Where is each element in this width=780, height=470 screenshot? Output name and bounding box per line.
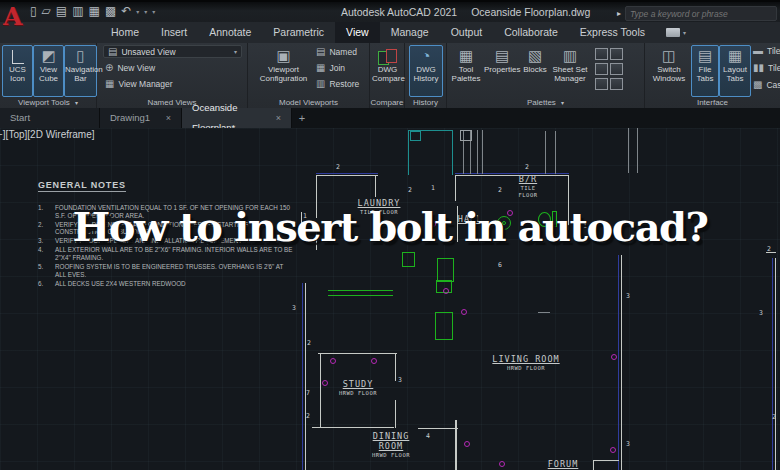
dwg-history-button[interactable]: ◔ DWG History [409,45,443,97]
print-icon[interactable]: ▩ [105,5,116,18]
redo-icon[interactable]: ↷ [30,5,34,18]
dwg-compare-button[interactable]: DWG Compare [371,45,404,97]
chevron-down-icon: ▾ [234,48,237,55]
panel-label-text: Interface [697,98,728,107]
button-label: Cascade [766,80,780,90]
button-label: Tile Vertically [768,63,780,73]
drawing-canvas[interactable]: −][Top][2D Wireframe] GENERAL NOTES FOUN… [0,128,780,470]
palette-mini-icon[interactable] [610,78,623,90]
palette-mini-icon[interactable] [595,78,608,90]
electrical-symbol [322,380,328,386]
redo-dropdown-icon[interactable]: ▾ [144,8,147,15]
dimension-marker: 1 [431,184,435,192]
panel-label-interface[interactable]: Interface [645,98,780,107]
ribbon-tab[interactable]: Manage [380,22,440,43]
save-as-icon[interactable]: ▥ [72,5,83,18]
ribbon-tab[interactable]: Annotate [198,22,262,43]
panel-label-text: History [413,98,438,107]
panel-label-viewport-tools[interactable]: Viewport Tools ▾ [0,98,96,107]
new-tab-button[interactable]: + [292,108,312,128]
tool-palettes-button[interactable]: ▦ Tool Palettes [449,45,483,97]
button-label: Blocks [522,66,548,75]
search-input[interactable] [625,6,777,21]
viewport-configuration-button[interactable]: ▣ Viewport Configuration [255,45,312,97]
help-search: ▸ [617,6,777,21]
dimension-marker: 2 [408,186,412,194]
ucs-icon-button[interactable]: UCS Icon [2,45,33,97]
ribbon-tab[interactable]: View [335,22,380,43]
wall-segment [318,353,397,354]
cascade-button[interactable]: ▩ Cascade [753,80,780,90]
close-icon[interactable]: × [158,108,171,128]
button-label: New View [117,63,155,73]
open-file-icon[interactable]: ▱ [42,5,51,18]
viewport-controls[interactable]: −][Top][2D Wireframe] [0,129,95,140]
autocad-logo[interactable]: A [3,4,22,29]
file-tab[interactable]: Start × [0,108,100,128]
file-tabs-button[interactable]: ▤ File Tabs [691,45,719,97]
panel-label-palettes[interactable]: Palettes ▾ [447,98,644,107]
file-tabs-icon: ▤ [698,48,712,64]
palette-mini-icon[interactable] [610,48,623,60]
panel-interface: ◫ Switch Windows ▤ File Tabs ▦ Layout Ta… [645,43,780,108]
app-name: Autodesk AutoCAD 2021 [341,6,457,18]
undo-dropdown-icon[interactable]: ▾ [136,8,139,15]
fixture-toilet-tank [552,211,557,227]
file-tab[interactable]: Drawing1 × [100,108,182,128]
join-viewport-button[interactable]: ▦ Join [316,63,345,73]
switch-windows-icon: ◫ [662,48,676,64]
search-expand-icon[interactable]: ▸ [617,9,621,18]
wall-segment [637,128,638,173]
panel-label-history[interactable]: History [405,98,446,107]
panel-compare: DWG Compare Compare [370,43,405,108]
ribbon-tab[interactable]: Output [440,22,494,43]
wall-segment [395,400,396,428]
ribbon-options-button[interactable]: ▾ [666,22,686,43]
dimension-marker: 1 [583,222,587,230]
close-icon[interactable]: × [268,108,281,128]
switch-windows-button[interactable]: ◫ Switch Windows [647,45,691,97]
ribbon-tab[interactable]: Parametric [262,22,335,43]
view-cube-button[interactable]: ◩ View Cube [33,45,64,97]
file-tab[interactable]: Oceanside Floorplan* × [182,108,292,128]
layout-tabs-button[interactable]: ▦ Layout Tabs [719,45,751,97]
undo-icon[interactable]: ↶ [121,5,131,18]
view-manager-button[interactable]: ▦ View Manager [105,79,173,89]
view-dropdown[interactable]: ▤ Unsaved View ▾ [103,45,242,58]
dimension-marker: 2 [498,186,502,194]
ribbon-tab[interactable]: Express Tools [569,22,656,43]
wall-segment [618,255,619,470]
ribbon-tab[interactable]: Insert [150,22,198,43]
room-floor-type: TILE FLOOR [358,209,401,216]
button-label: View Manager [118,79,172,89]
wall-segment [312,427,394,428]
dimension-marker: 2 [336,163,340,171]
ribbon-tab[interactable]: Collaborate [493,22,569,43]
qat-customize-icon[interactable]: ▾ [152,8,155,15]
wall-segment [621,255,622,470]
button-label: Viewport Configuration [256,66,311,83]
ribbon-tab[interactable]: Home [100,22,150,43]
blocks-button[interactable]: ▧ Blocks [521,45,549,97]
sheet-set-manager-button[interactable]: ▥ Sheet Set Manager [549,45,591,97]
wall-segment [568,175,569,230]
palette-mini-icon[interactable] [595,63,608,75]
navigation-bar-icon: ▯ [76,48,84,64]
room-floor-type: HRWD FLOOR [372,452,410,459]
panel-label-compare[interactable]: Compare [370,98,404,107]
properties-button[interactable]: ▤ Properties [483,45,521,97]
tile-vertically-button[interactable]: ▮▮ Tile Vertically [753,63,780,73]
note-item: FOUNDATION VENTILATION EQUAL TO 1 SF. OF… [38,204,294,219]
restore-viewport-button[interactable]: ▥ Restore [316,79,359,89]
plot-icon[interactable]: ▦ [89,5,100,18]
named-viewport-button[interactable]: ▤ Named [316,47,357,57]
fixture-counter-line [328,290,393,291]
save-icon[interactable]: ▤ [56,5,67,18]
palette-mini-icon[interactable] [595,48,608,60]
palette-mini-icon[interactable] [610,63,623,75]
navigation-bar-button[interactable]: ▯ Navigation Bar [64,45,97,97]
fixture-toilet [538,212,551,227]
tile-horizontally-button[interactable]: ▬ Tile Horizontally [753,46,780,56]
new-view-button[interactable]: ⊕ New View [105,63,155,73]
wall-segment [482,130,483,174]
